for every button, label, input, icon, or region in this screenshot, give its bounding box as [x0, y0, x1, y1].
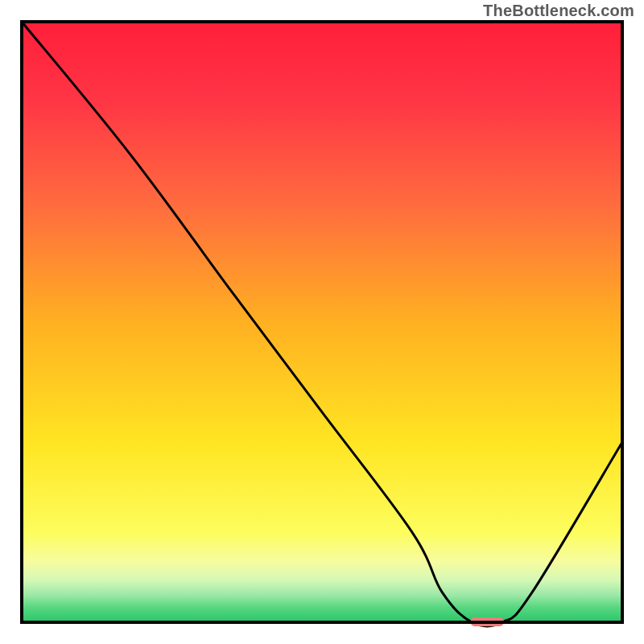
watermark-text: TheBottleneck.com	[483, 2, 634, 20]
chart-container: TheBottleneck.com	[0, 0, 644, 644]
plot-background	[22, 22, 622, 622]
bottleneck-chart	[0, 0, 644, 644]
